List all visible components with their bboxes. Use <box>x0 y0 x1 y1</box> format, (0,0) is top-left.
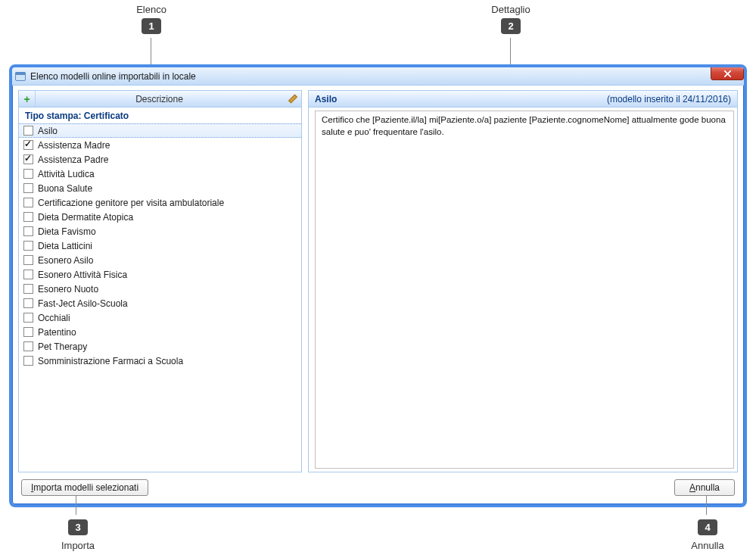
list-item-label: Attività Ludica <box>38 169 95 179</box>
import-button[interactable]: Importa modelli selezionati <box>21 479 148 496</box>
content-area: + Descrizione Tipo stampa: Certificato A… <box>12 86 744 475</box>
dialog-footer: Importa modelli selezionati Annulla <box>12 475 744 504</box>
annotation-importa: 3 Importa <box>51 516 104 551</box>
checkbox[interactable] <box>23 183 33 193</box>
list-item[interactable]: Dieta Favismo <box>19 224 301 238</box>
pencil-icon[interactable] <box>288 94 297 103</box>
titlebar: Elenco modelli online importabili in loc… <box>12 67 744 86</box>
list-item[interactable]: Esonero Attività Fisica <box>19 267 301 282</box>
list-item-label: Fast-Ject Asilo-Scuola <box>38 298 128 309</box>
detail-title: Asilo <box>315 94 337 104</box>
annotation-elenco: Elenco 1 <box>121 4 182 34</box>
list-item[interactable]: Occhiali <box>19 310 301 325</box>
list-item-label: Buona Salute <box>38 183 92 194</box>
list-item-label: Dieta Favismo <box>38 226 96 237</box>
annotation-badge-3: 3 <box>68 519 87 535</box>
list-item[interactable]: Esonero Asilo <box>19 253 301 267</box>
checkbox[interactable] <box>23 313 33 323</box>
list-item[interactable]: Fast-Ject Asilo-Scuola <box>19 296 301 310</box>
list-item-label: Esonero Nuoto <box>38 284 98 295</box>
checkbox[interactable] <box>23 356 33 366</box>
checkbox[interactable] <box>23 126 33 136</box>
dialog-window: Elenco modelli online importabili in loc… <box>9 64 747 507</box>
annotation-dettaglio: Dettaglio 2 <box>477 4 545 34</box>
list-item[interactable]: Pet Therapy <box>19 339 301 354</box>
add-column-header[interactable]: + <box>19 91 36 107</box>
list-item[interactable]: Somministrazione Farmaci a Scuola <box>19 354 301 368</box>
list-item-label: Esonero Attività Fisica <box>38 270 127 280</box>
list-item-label: Certificazione genitore per visita ambul… <box>38 198 224 208</box>
cancel-button[interactable]: Annulla <box>674 479 735 496</box>
list-item-label: Assistenza Padre <box>38 154 108 165</box>
list-panel: + Descrizione Tipo stampa: Certificato A… <box>18 90 302 472</box>
list-item[interactable]: Certificazione genitore per visita ambul… <box>19 195 301 210</box>
list-item[interactable]: Assistenza Padre <box>19 152 301 167</box>
close-button[interactable] <box>711 67 744 80</box>
checkbox[interactable] <box>23 212 33 222</box>
list-item[interactable]: Assistenza Madre <box>19 138 301 152</box>
detail-body[interactable]: Certifico che [Paziente.il/la] mi[Pazien… <box>315 111 734 469</box>
annotation-line-3 <box>76 496 76 515</box>
checkbox[interactable] <box>23 241 33 251</box>
checkbox[interactable] <box>23 198 33 207</box>
list-item[interactable]: Dieta Dermatite Atopica <box>19 210 301 224</box>
list-item[interactable]: Asilo <box>19 123 301 138</box>
group-header: Tipo stampa: Certificato <box>19 108 301 124</box>
list-item[interactable]: Dieta Latticini <box>19 238 301 253</box>
detail-header: Asilo (modello inserito il 24/11/2016) <box>309 91 737 108</box>
checkbox[interactable] <box>23 255 33 265</box>
checkbox[interactable] <box>23 341 33 351</box>
annotation-badge-1: 1 <box>142 18 160 34</box>
checkbox[interactable] <box>23 169 33 179</box>
checkbox[interactable] <box>23 270 33 279</box>
checkbox[interactable] <box>23 154 33 164</box>
annotation-line-4 <box>706 496 707 515</box>
annotation-annulla: 4 Annulla <box>681 516 734 551</box>
window-title: Elenco modelli online importabili in loc… <box>30 71 196 82</box>
list-item[interactable]: Buona Salute <box>19 181 301 195</box>
annotation-badge-2: 2 <box>501 18 520 34</box>
list-body[interactable]: Tipo stampa: Certificato AsiloAssistenza… <box>19 108 301 472</box>
list-item-label: Esonero Asilo <box>38 255 93 266</box>
list-item-label: Dieta Dermatite Atopica <box>38 212 133 223</box>
checkbox[interactable] <box>23 298 33 308</box>
column-header-description[interactable]: Descrizione <box>36 94 301 104</box>
detail-meta: (modello inserito il 24/11/2016) <box>607 94 731 104</box>
list-item[interactable]: Patentino <box>19 325 301 339</box>
list-item-label: Dieta Latticini <box>38 241 92 251</box>
list-item-label: Occhiali <box>38 313 70 323</box>
list-item-label: Somministrazione Farmaci a Scuola <box>38 356 183 366</box>
close-icon <box>723 70 732 78</box>
checkbox[interactable] <box>23 327 33 337</box>
list-header: + Descrizione <box>19 91 301 108</box>
list-item-label: Pet Therapy <box>38 341 87 352</box>
detail-panel: Asilo (modello inserito il 24/11/2016) C… <box>308 90 738 472</box>
checkbox[interactable] <box>23 226 33 236</box>
annotation-badge-4: 4 <box>698 519 717 535</box>
list-item[interactable]: Attività Ludica <box>19 167 301 181</box>
list-item[interactable]: Esonero Nuoto <box>19 282 301 296</box>
plus-icon: + <box>23 94 30 104</box>
list-item-label: Assistenza Madre <box>38 140 110 151</box>
checkbox[interactable] <box>23 284 33 294</box>
checkbox[interactable] <box>23 140 33 150</box>
folder-icon <box>15 72 26 81</box>
list-item-label: Patentino <box>38 327 76 338</box>
list-item-label: Asilo <box>38 126 58 136</box>
